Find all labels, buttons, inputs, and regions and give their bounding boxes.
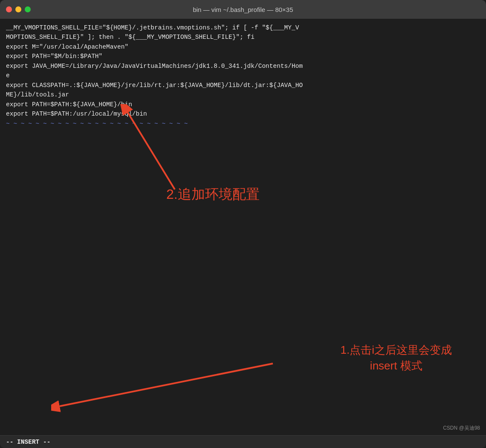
- traffic-lights: [6, 6, 31, 12]
- code-lines: __MY_VMOPTIONS_SHELL_FILE="${HOME}/.jetb…: [6, 23, 480, 119]
- close-button[interactable]: [6, 6, 12, 12]
- terminal-window: bin — vim ~/.bash_profile — 80×35 __MY_V…: [0, 0, 486, 448]
- insert-mode-label: -- INSERT --: [6, 439, 50, 445]
- annotation-2-text: 2.追加环境配置: [166, 185, 260, 204]
- terminal-body[interactable]: __MY_VMOPTIONS_SHELL_FILE="${HOME}/.jetb…: [0, 19, 486, 435]
- titlebar: bin — vim ~/.bash_profile — 80×35: [0, 0, 486, 19]
- csdn-credit: CSDN @吴迪98: [443, 425, 480, 432]
- svg-line-3: [60, 364, 273, 406]
- arrow-1-svg: [51, 359, 290, 415]
- maximize-button[interactable]: [25, 6, 31, 12]
- annotation-1-text: 1.点击i之后这里会变成 insert 模式: [341, 342, 452, 373]
- statusbar: -- INSERT --: [0, 435, 486, 448]
- tilde-lines: ~ ~ ~ ~ ~ ~ ~ ~ ~ ~ ~ ~ ~ ~ ~ ~ ~ ~ ~ ~ …: [6, 119, 480, 128]
- minimize-button[interactable]: [15, 6, 21, 12]
- window-title: bin — vim ~/.bash_profile — 80×35: [193, 6, 293, 13]
